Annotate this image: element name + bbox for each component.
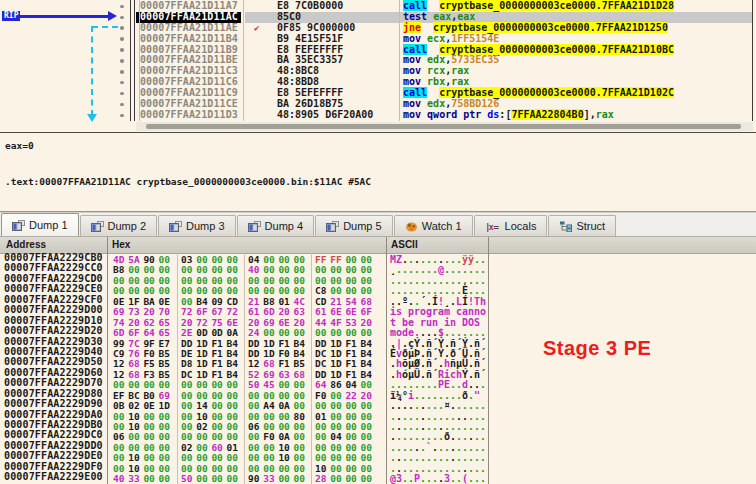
tab-label: Struct [576,220,605,232]
hex-column-header: Hex [112,239,130,250]
dump-row[interactable]: 00007FFAA2229D0069732070726F6772616D2063… [0,305,756,315]
tab-dump-5[interactable]: Dump 5 [315,215,393,236]
divider [399,0,400,121]
tab-label: Dump 1 [29,219,68,231]
dump-address: 00007FFAA2229D20 [4,326,103,336]
dump-row[interactable]: 00007FFAA2229CC0B80000000000000040000000… [0,263,756,273]
struct-icon [559,221,572,232]
hex-bytes: 40330000500000009033000028000000 [110,472,378,484]
tab-label: Locals [505,220,537,232]
divider [107,237,108,484]
disassembly-rows: 00007FFAA21D11A7E8 7C0B0000call cryptbas… [0,1,756,121]
dump-address: 00007FFAA2229D90 [4,399,103,409]
info-module-line: .text:00007FFAA21D11AC cryptbase_0000000… [5,176,371,187]
horizontal-scrollbar[interactable] [136,122,753,131]
dump-header: Address Hex ASCII [0,237,756,254]
dump-row[interactable]: 00007FFAA2229D601268F3B5DC1DF1B452696368… [0,368,756,378]
tab-label: Watch 1 [422,220,462,232]
disasm-row[interactable]: 00007FFAA21D11BEBA 35EC3357mov edx,5733E… [0,55,756,66]
divider [488,237,489,484]
dump-row[interactable]: 00007FFAA2229DC0060000000000000000F00A00… [0,430,756,440]
tab-dump-2[interactable]: Dump 2 [80,215,158,236]
dump-row[interactable]: 00007FFAA2229D206D6F64652E0D0D0A24000000… [0,326,756,336]
dump-icon [326,221,339,232]
tab-dump-4[interactable]: Dump 4 [237,215,315,236]
tab-label: Dump 5 [343,220,382,232]
tab-struct[interactable]: Struct [548,215,616,236]
dump-row[interactable]: 00007FFAA2229D10742062652072756E20696E20… [0,316,756,326]
disassembly-panel: RIP 00007FFAA21D11A7E8 7C0B0000call cryp… [0,0,756,135]
tab-dump-1[interactable]: Dump 1 [1,213,79,236]
svg-text:=|: =| [493,222,501,232]
dump-tab-bar: Dump 1Dump 2Dump 3Dump 4Dump 5Watch 1|x=… [0,212,756,237]
tab-label: Dump 3 [186,220,225,232]
disasm-row[interactable]: 00007FFAA21D11C348:8BC8mov rcx,rax [0,66,756,77]
address-column-header: Address [6,239,46,250]
divider [243,0,244,121]
dump-icon [248,221,261,232]
ascii-text: @3..P....3..(... [390,472,486,484]
disasm-row[interactable]: 00007FFAA21D11B4B9 4E15F51Fmov ecx,1FF51… [0,34,756,45]
disasm-row[interactable]: 00007FFAA21D11AE✔0F85 9C000000jne cryptb… [0,23,756,34]
dump-icon [12,220,25,231]
dump-rows: 00007FFAA2229CB04D5A90000300000004000000… [0,253,756,483]
dump-row[interactable]: 00007FFAA2229CF00E1FBA0E00B409CD21B8014C… [0,295,756,305]
dump-row[interactable]: 00007FFAA2229E00403300005000000090330000… [0,472,756,482]
tab-dump-3[interactable]: Dump 3 [158,215,236,236]
instruction-address: 00007FFAA21D11D3 [140,110,238,121]
divider [130,0,131,121]
info-panel: eax=0 .text:00007FFAA21D11AC cryptbase_0… [0,135,756,212]
instruction-bytes: B9 4E15F51F [277,34,343,45]
stage3-pe-annotation: Stage 3 PE [543,337,651,360]
divider [386,237,387,484]
instruction-address: 00007FFAA21D11B4 [140,34,238,45]
dump-row[interactable]: 00007FFAA2229D80EFBCB0690000000000000000… [0,389,756,399]
jump-taken-icon: ✔ [254,23,259,34]
dump-row[interactable]: 00007FFAA2229DA0001000000010000000000080… [0,410,756,420]
info-register-line: eax=0 [5,140,34,151]
divider [134,0,135,121]
tab-watch-1[interactable]: Watch 1 [394,215,473,236]
dump-row[interactable]: 00007FFAA2229D900B020E1D0014000000A40A00… [0,399,756,409]
dump-icon [91,221,104,232]
tab-locals[interactable]: |x=|Locals [474,215,548,236]
disasm-row[interactable]: 00007FFAA21D11A7E8 7C0B0000call cryptbas… [0,1,756,12]
instruction-text: mov ecx,1FF5154E [403,34,499,45]
dump-row[interactable]: 00007FFAA2229DE0001000000000000000001000… [0,451,756,461]
dump-row[interactable]: 00007FFAA2229DF0001000000000000000000000… [0,462,756,472]
disasm-row[interactable]: 00007FFAA21D11B9E8 FEFEFFFFcall cryptbas… [0,45,756,56]
disasm-row[interactable]: 00007FFAA21D11C9E8 5EFEFFFFcall cryptbas… [0,88,756,99]
dump-row[interactable]: 00007FFAA2229CE0000000000000000000000000… [0,284,756,294]
scrollbar-thumb[interactable] [146,124,741,129]
disasm-row[interactable]: 00007FFAA21D11CEBA 26D18B75mov edx,758BD… [0,99,756,110]
dump-row[interactable]: 00007FFAA2229DD0000000000200600100001000… [0,441,756,451]
dump-icon [169,221,182,232]
disasm-row[interactable]: 00007FFAA21D11D348:8905 D6F20A00mov qwor… [0,110,756,121]
divider [752,0,753,121]
dump-address: 00007FFAA2229E00 [4,472,103,482]
dump-row[interactable]: 00007FFAA2229DB0001000000002000006000000… [0,420,756,430]
locals-icon: |x=| [485,221,501,232]
memory-dump-panel: Address Hex ASCII 00007FFAA2229CB04D5A90… [0,237,756,484]
dump-row[interactable]: 00007FFAA2229CB04D5A90000300000004000000… [0,253,756,263]
divider [139,0,140,121]
tab-label: Dump 4 [265,220,304,232]
dump-row[interactable]: 00007FFAA2229D70000000000000000050450000… [0,378,756,388]
instruction-text: mov qword ptr ds:[7FFAA22804B0],rax [403,110,614,121]
watch-icon [405,221,418,232]
dump-row[interactable]: 00007FFAA2229CD0000000000000000000000000… [0,274,756,284]
ascii-column-header: ASCII [391,239,418,250]
tab-label: Dump 2 [108,220,147,232]
instruction-bytes: 48:8905 D6F20A00 [277,110,373,121]
